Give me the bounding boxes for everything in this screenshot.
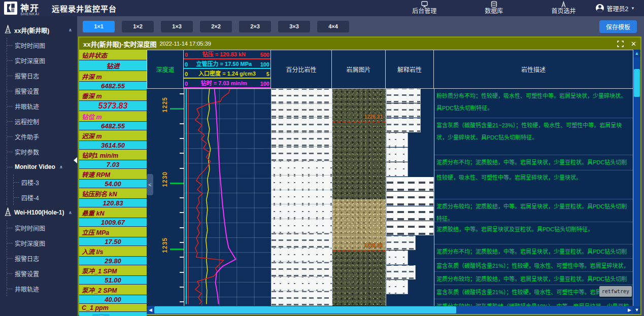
depth-track: < 122512301235: [147, 89, 184, 306]
litho-pattern-row: [272, 147, 332, 161]
param-value: 5373.83: [79, 101, 147, 111]
param-dropdown-button[interactable]: ▽: [92, 314, 110, 316]
layout-button-1×2[interactable]: 1×2: [122, 21, 154, 32]
curves-track: [184, 89, 271, 306]
param-collapse-handle[interactable]: <: [147, 174, 153, 195]
sidebar-collapse-handle[interactable]: [74, 157, 77, 163]
depth-tick: [170, 249, 184, 250]
sidebar-item-报警日志[interactable]: 报警日志: [7, 68, 77, 83]
sidebar-item-label: 实时参数: [15, 148, 39, 156]
sidebar-item-四楼-4[interactable]: 四楼-4: [14, 190, 77, 205]
parameter-column: 钻井状态钻进井深 m6482.55垂深 m5373.83钻位 m6482.55迟…: [79, 50, 147, 314]
well-node-1[interactable]: Wei-H100(Hole-1)∧: [0, 205, 77, 220]
sidebar-item-报警设置[interactable]: 报警设置: [7, 266, 77, 281]
curve-legend-row: 0立管压力 = 17.50 MPa100: [184, 59, 270, 69]
collapse-caret-icon[interactable]: ∧: [59, 164, 63, 169]
param-label: C_1 ppm: [79, 304, 147, 312]
vertical-scroll-thumb[interactable]: [634, 69, 640, 97]
well-children: 实时时间图实时深度图报警日志报警设置井眼轨迹: [7, 220, 77, 296]
litho-pattern-row: [272, 277, 332, 292]
save-template-button[interactable]: 保存模板: [599, 20, 637, 33]
sidebar-item-monitor-video[interactable]: Monitor Video∧: [7, 159, 77, 174]
interp-row: [386, 177, 434, 192]
interp-row: [386, 221, 434, 236]
scroll-down-icon[interactable]: ▼: [633, 306, 640, 314]
layout-button-1×1[interactable]: 1×1: [83, 21, 115, 32]
curve-min: 0: [185, 52, 188, 58]
litho-pattern-row: [272, 291, 332, 306]
column-header-解释岩性: 解释岩性: [386, 50, 434, 89]
sidebar-item-井眼轨迹[interactable]: 井眼轨迹: [7, 98, 77, 114]
sidebar-item-label: 文件助手: [15, 132, 39, 141]
depth-tick-label: 1230: [161, 171, 168, 187]
scroll-left-icon[interactable]: ◀: [147, 306, 154, 314]
chevron-down-icon: ▼: [631, 6, 635, 11]
fullscreen-icon[interactable]: [617, 41, 624, 47]
horizontal-scrollbar[interactable]: ◀ ▶: [147, 306, 633, 314]
lithology-percent-track: [271, 89, 332, 306]
sidebar-item-实时时间图[interactable]: 实时时间图: [7, 220, 77, 235]
minor-tick: [180, 153, 184, 154]
sidebar-item-报警日志[interactable]: 报警日志: [7, 251, 77, 266]
sidebar-item-井眼轨迹[interactable]: 井眼轨迹: [7, 281, 77, 296]
panel-titlebar: xx井(新井眼)-实时深度图 2022-11-14 17:05:39 ✕: [79, 38, 640, 50]
collapse-caret-icon[interactable]: ∧: [69, 210, 77, 215]
horizontal-scroll-thumb[interactable]: [154, 306, 456, 313]
param-cell: 垂深 m5373.83: [79, 90, 147, 111]
collapse-caret-icon[interactable]: ∧: [69, 27, 77, 32]
sidebar-item-实时时间图[interactable]: 实时时间图: [7, 38, 77, 53]
curve-legend-row: 0钻压 = 120.83 kN500: [184, 50, 270, 59]
sidebar-item-文件助手[interactable]: 文件助手: [7, 129, 77, 144]
sidebar-item-实时深度图[interactable]: 实时深度图: [7, 53, 77, 68]
minor-tick: [180, 197, 184, 198]
curve-钻时: [215, 89, 236, 304]
param-cell: 钻位 m6482.55: [79, 111, 147, 130]
interp-row: [386, 236, 434, 251]
interp-row: [386, 103, 434, 118]
sidebar-item-实时参数[interactable]: 实时参数: [7, 144, 77, 159]
interp-cell: [386, 236, 416, 250]
layout-button-4×4[interactable]: 4×4: [317, 21, 349, 32]
param-label: 悬重 kN: [79, 207, 147, 218]
sidebar-item-四楼-3[interactable]: 四楼-3: [14, 174, 77, 190]
sidebar-item-远程控制[interactable]: 远程控制: [7, 114, 77, 129]
layout-button-1×3[interactable]: 1×3: [161, 21, 193, 32]
layout-button-2×2[interactable]: 2×2: [200, 21, 232, 32]
database-icon: [490, 1, 498, 8]
sidebar-item-报警设置[interactable]: 报警设置: [7, 83, 77, 98]
sidebar-item-label: Monitor Video: [15, 163, 55, 170]
vertical-scrollbar[interactable]: ▲ ▼: [633, 50, 640, 314]
nav-item-首页选井[interactable]: 首页选井: [551, 1, 575, 15]
description-text: 粉砂质分布不均；性较硬，吸水性、可塑性中等。岩屑呈块状，少量碎块状。具PDC钻头…: [436, 93, 626, 111]
well-node-0[interactable]: xx井(新井眼)∧: [0, 22, 77, 38]
minor-tick: [180, 227, 184, 228]
user-menu[interactable]: 管理员2 ▼: [596, 4, 644, 13]
curve-label: 钻时 = 7.03 min/m: [201, 79, 247, 87]
panel-title: xx井(新井眼)-实时深度图: [83, 39, 156, 49]
param-value: 29.80: [79, 257, 147, 265]
param-label: 垂深 m: [79, 90, 147, 101]
param-value: 7.03: [79, 160, 147, 168]
scroll-right-icon[interactable]: ▶: [626, 306, 633, 314]
photo-depth-line: [332, 250, 386, 251]
layout-button-2×3[interactable]: 2×3: [239, 21, 271, 32]
param-cell: 悬重 kN1009.67: [79, 207, 147, 227]
minor-tick: [180, 138, 184, 139]
app-title: 远程录井监控平台: [52, 3, 117, 14]
cuttings-photo: [332, 199, 386, 250]
litho-pattern-row: [272, 89, 332, 103]
minor-tick: [180, 272, 184, 273]
close-icon[interactable]: ✕: [631, 40, 636, 48]
interp-row: [386, 251, 434, 265]
param-cell: 立压 MPa17.50: [79, 227, 147, 246]
cuttings-photo: [332, 250, 386, 305]
scroll-up-icon[interactable]: ▲: [633, 50, 640, 57]
layout-button-3×3[interactable]: 3×3: [278, 21, 310, 32]
derrick-icon: [4, 25, 12, 35]
depth-chart-panel: xx井(新井眼)-实时深度图 2022-11-14 17:05:39 ✕ 钻井状…: [78, 37, 641, 315]
nav-item-后台管理[interactable]: 后台管理: [412, 1, 436, 15]
sidebar-item-实时深度图[interactable]: 实时深度图: [7, 235, 77, 251]
sidebar-item-label: 井眼轨迹: [15, 102, 39, 111]
nav-item-数据库[interactable]: 数据库: [485, 1, 503, 15]
minor-tick: [180, 257, 184, 258]
